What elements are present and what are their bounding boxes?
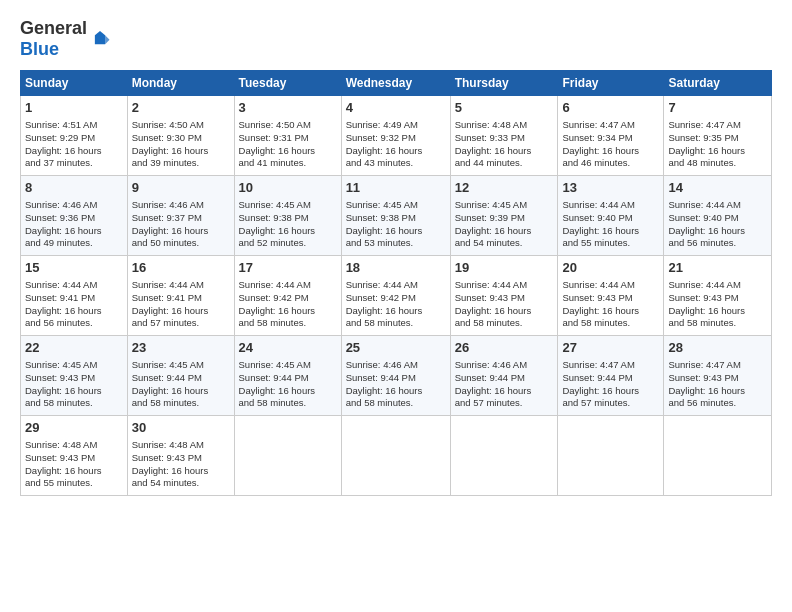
calendar-table: SundayMondayTuesdayWednesdayThursdayFrid…: [20, 70, 772, 496]
day-info: Sunrise: 4:48 AM Sunset: 9:33 PM Dayligh…: [455, 119, 554, 170]
day-info: Sunrise: 4:47 AM Sunset: 9:35 PM Dayligh…: [668, 119, 767, 170]
day-number: 2: [132, 100, 230, 117]
day-info: Sunrise: 4:45 AM Sunset: 9:44 PM Dayligh…: [132, 359, 230, 410]
week-row-2: 8Sunrise: 4:46 AM Sunset: 9:36 PM Daylig…: [21, 176, 772, 256]
day-info: Sunrise: 4:46 AM Sunset: 9:44 PM Dayligh…: [346, 359, 446, 410]
weekday-monday: Monday: [127, 71, 234, 96]
page: General Blue SundayMondayTuesdayWednesda…: [0, 0, 792, 612]
calendar-cell: [450, 416, 558, 496]
calendar-cell: 17Sunrise: 4:44 AM Sunset: 9:42 PM Dayli…: [234, 256, 341, 336]
day-info: Sunrise: 4:44 AM Sunset: 9:42 PM Dayligh…: [346, 279, 446, 330]
calendar-cell: 14Sunrise: 4:44 AM Sunset: 9:40 PM Dayli…: [664, 176, 772, 256]
calendar-cell: 21Sunrise: 4:44 AM Sunset: 9:43 PM Dayli…: [664, 256, 772, 336]
day-number: 27: [562, 340, 659, 357]
day-number: 8: [25, 180, 123, 197]
day-info: Sunrise: 4:45 AM Sunset: 9:39 PM Dayligh…: [455, 199, 554, 250]
day-number: 17: [239, 260, 337, 277]
day-number: 29: [25, 420, 123, 437]
day-number: 15: [25, 260, 123, 277]
day-info: Sunrise: 4:46 AM Sunset: 9:36 PM Dayligh…: [25, 199, 123, 250]
calendar-cell: 9Sunrise: 4:46 AM Sunset: 9:37 PM Daylig…: [127, 176, 234, 256]
day-number: 24: [239, 340, 337, 357]
calendar-cell: 29Sunrise: 4:48 AM Sunset: 9:43 PM Dayli…: [21, 416, 128, 496]
week-row-3: 15Sunrise: 4:44 AM Sunset: 9:41 PM Dayli…: [21, 256, 772, 336]
day-info: Sunrise: 4:47 AM Sunset: 9:34 PM Dayligh…: [562, 119, 659, 170]
day-number: 9: [132, 180, 230, 197]
calendar-cell: 30Sunrise: 4:48 AM Sunset: 9:43 PM Dayli…: [127, 416, 234, 496]
day-info: Sunrise: 4:47 AM Sunset: 9:43 PM Dayligh…: [668, 359, 767, 410]
calendar-cell: 28Sunrise: 4:47 AM Sunset: 9:43 PM Dayli…: [664, 336, 772, 416]
day-info: Sunrise: 4:44 AM Sunset: 9:43 PM Dayligh…: [455, 279, 554, 330]
day-number: 12: [455, 180, 554, 197]
day-info: Sunrise: 4:50 AM Sunset: 9:30 PM Dayligh…: [132, 119, 230, 170]
day-number: 13: [562, 180, 659, 197]
day-number: 10: [239, 180, 337, 197]
day-number: 21: [668, 260, 767, 277]
calendar-cell: 15Sunrise: 4:44 AM Sunset: 9:41 PM Dayli…: [21, 256, 128, 336]
calendar-cell: 16Sunrise: 4:44 AM Sunset: 9:41 PM Dayli…: [127, 256, 234, 336]
day-number: 5: [455, 100, 554, 117]
calendar-cell: [341, 416, 450, 496]
day-info: Sunrise: 4:44 AM Sunset: 9:42 PM Dayligh…: [239, 279, 337, 330]
svg-marker-1: [105, 35, 109, 44]
week-row-4: 22Sunrise: 4:45 AM Sunset: 9:43 PM Dayli…: [21, 336, 772, 416]
calendar-cell: 4Sunrise: 4:49 AM Sunset: 9:32 PM Daylig…: [341, 96, 450, 176]
day-number: 30: [132, 420, 230, 437]
day-info: Sunrise: 4:44 AM Sunset: 9:41 PM Dayligh…: [25, 279, 123, 330]
day-info: Sunrise: 4:51 AM Sunset: 9:29 PM Dayligh…: [25, 119, 123, 170]
day-number: 6: [562, 100, 659, 117]
weekday-tuesday: Tuesday: [234, 71, 341, 96]
calendar-cell: 11Sunrise: 4:45 AM Sunset: 9:38 PM Dayli…: [341, 176, 450, 256]
day-info: Sunrise: 4:45 AM Sunset: 9:38 PM Dayligh…: [346, 199, 446, 250]
weekday-header-row: SundayMondayTuesdayWednesdayThursdayFrid…: [21, 71, 772, 96]
day-number: 3: [239, 100, 337, 117]
logo-text: General Blue: [20, 18, 87, 60]
day-number: 22: [25, 340, 123, 357]
day-number: 25: [346, 340, 446, 357]
week-row-1: 1Sunrise: 4:51 AM Sunset: 9:29 PM Daylig…: [21, 96, 772, 176]
calendar-cell: 5Sunrise: 4:48 AM Sunset: 9:33 PM Daylig…: [450, 96, 558, 176]
weekday-saturday: Saturday: [664, 71, 772, 96]
calendar-cell: 6Sunrise: 4:47 AM Sunset: 9:34 PM Daylig…: [558, 96, 664, 176]
day-info: Sunrise: 4:50 AM Sunset: 9:31 PM Dayligh…: [239, 119, 337, 170]
weekday-wednesday: Wednesday: [341, 71, 450, 96]
day-number: 20: [562, 260, 659, 277]
week-row-5: 29Sunrise: 4:48 AM Sunset: 9:43 PM Dayli…: [21, 416, 772, 496]
day-number: 4: [346, 100, 446, 117]
day-number: 7: [668, 100, 767, 117]
svg-marker-0: [95, 31, 105, 44]
calendar-cell: [558, 416, 664, 496]
calendar-cell: 7Sunrise: 4:47 AM Sunset: 9:35 PM Daylig…: [664, 96, 772, 176]
calendar-cell: 2Sunrise: 4:50 AM Sunset: 9:30 PM Daylig…: [127, 96, 234, 176]
day-info: Sunrise: 4:46 AM Sunset: 9:44 PM Dayligh…: [455, 359, 554, 410]
weekday-friday: Friday: [558, 71, 664, 96]
calendar-cell: 23Sunrise: 4:45 AM Sunset: 9:44 PM Dayli…: [127, 336, 234, 416]
day-info: Sunrise: 4:44 AM Sunset: 9:40 PM Dayligh…: [668, 199, 767, 250]
weekday-thursday: Thursday: [450, 71, 558, 96]
calendar-cell: 8Sunrise: 4:46 AM Sunset: 9:36 PM Daylig…: [21, 176, 128, 256]
calendar-cell: 13Sunrise: 4:44 AM Sunset: 9:40 PM Dayli…: [558, 176, 664, 256]
day-number: 1: [25, 100, 123, 117]
day-info: Sunrise: 4:44 AM Sunset: 9:43 PM Dayligh…: [668, 279, 767, 330]
logo-icon: [89, 28, 111, 50]
day-info: Sunrise: 4:45 AM Sunset: 9:38 PM Dayligh…: [239, 199, 337, 250]
day-info: Sunrise: 4:49 AM Sunset: 9:32 PM Dayligh…: [346, 119, 446, 170]
calendar-cell: 18Sunrise: 4:44 AM Sunset: 9:42 PM Dayli…: [341, 256, 450, 336]
day-info: Sunrise: 4:44 AM Sunset: 9:43 PM Dayligh…: [562, 279, 659, 330]
day-info: Sunrise: 4:46 AM Sunset: 9:37 PM Dayligh…: [132, 199, 230, 250]
weekday-sunday: Sunday: [21, 71, 128, 96]
day-number: 16: [132, 260, 230, 277]
logo: General Blue: [20, 18, 111, 60]
calendar-cell: 26Sunrise: 4:46 AM Sunset: 9:44 PM Dayli…: [450, 336, 558, 416]
day-number: 11: [346, 180, 446, 197]
calendar-cell: 19Sunrise: 4:44 AM Sunset: 9:43 PM Dayli…: [450, 256, 558, 336]
day-number: 23: [132, 340, 230, 357]
day-number: 19: [455, 260, 554, 277]
day-info: Sunrise: 4:45 AM Sunset: 9:44 PM Dayligh…: [239, 359, 337, 410]
day-info: Sunrise: 4:44 AM Sunset: 9:40 PM Dayligh…: [562, 199, 659, 250]
logo-blue: Blue: [20, 39, 59, 59]
day-info: Sunrise: 4:47 AM Sunset: 9:44 PM Dayligh…: [562, 359, 659, 410]
day-number: 18: [346, 260, 446, 277]
day-info: Sunrise: 4:44 AM Sunset: 9:41 PM Dayligh…: [132, 279, 230, 330]
calendar-cell: 24Sunrise: 4:45 AM Sunset: 9:44 PM Dayli…: [234, 336, 341, 416]
